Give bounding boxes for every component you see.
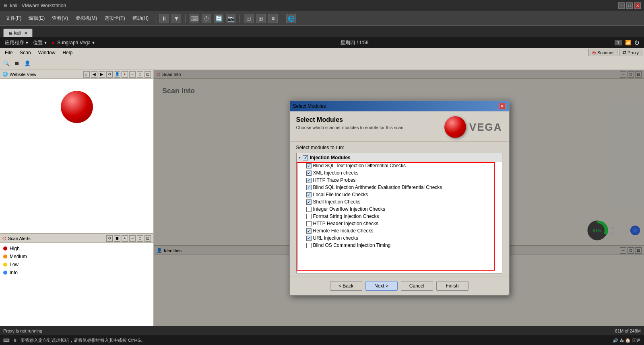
options-button[interactable]: ≡ <box>268 14 278 23</box>
scan-alerts-content: High Medium Low Info <box>0 243 153 326</box>
alerts-add-btn[interactable]: + <box>122 235 128 242</box>
item-9-checkbox[interactable]: ✓ <box>306 228 312 234</box>
maximize-button[interactable]: □ <box>626 2 633 9</box>
back-button[interactable]: < Back <box>330 281 362 291</box>
website-view-forward[interactable]: ▶ <box>99 71 105 78</box>
app-area: File Scan Window Help ◎ Scanner ⇄ Proxy … <box>0 48 644 326</box>
tab-menu[interactable]: 选项卡(T) <box>102 14 127 23</box>
item-1-checkbox[interactable]: ✓ <box>306 170 312 176</box>
snapshot-button[interactable]: ⏱ <box>202 14 211 23</box>
subgraph-button[interactable]: ● Subgraph Vega ▾ <box>52 40 95 45</box>
item-4-checkbox[interactable]: ✓ <box>306 192 312 197</box>
vega-logo-sphere <box>61 91 93 123</box>
tree-item-4[interactable]: ✓ Local File Include Checks <box>305 191 502 198</box>
item-11-label: Blind OS Command Injection Timing <box>313 242 391 248</box>
minimize-button[interactable]: ─ <box>618 2 625 9</box>
item-2-checkbox[interactable]: ✓ <box>306 178 312 183</box>
location-button[interactable]: 位置 ▾ <box>33 39 47 46</box>
proxy-button[interactable]: ⇄ Proxy <box>619 49 642 56</box>
website-view-refresh[interactable]: ↻ <box>106 71 113 78</box>
stop-button[interactable]: ▼ <box>171 14 181 23</box>
window-menu-item[interactable]: Window <box>35 49 59 56</box>
website-view-home[interactable]: ⌂ <box>83 71 90 78</box>
file-menu-item[interactable]: File <box>2 49 16 56</box>
workspace-indicator[interactable]: 1 <box>615 40 622 45</box>
file-menu[interactable]: 文件(F) <box>3 14 24 23</box>
snapshot3-button[interactable]: 📷 <box>226 14 235 23</box>
tree-collapse-icon[interactable]: ▼ <box>298 156 301 160</box>
item-10-checkbox[interactable]: ✓ <box>306 236 312 241</box>
tool3-button[interactable]: 👤 <box>23 59 32 68</box>
tree-item-8[interactable]: HTTP Header Injection checks <box>305 220 502 227</box>
tree-item-7[interactable]: Format String Injection Checks <box>305 213 502 220</box>
website-view-min[interactable]: ─ <box>129 71 136 78</box>
tree-root-item[interactable]: ▼ ✓ Injection Modules <box>297 153 502 162</box>
tree-item-0[interactable]: ✓ Blind SQL Text Injection Differential … <box>305 162 502 169</box>
item-8-checkbox[interactable] <box>306 221 312 226</box>
unity-button[interactable]: ⊞ <box>256 14 266 23</box>
tree-item-9[interactable]: ✓ Remote File Include Checks <box>305 227 502 234</box>
alerts-restore-btn[interactable]: ⊡ <box>144 235 151 242</box>
tree-item-11[interactable]: Blind OS Command Injection Timing <box>305 242 502 249</box>
view-menu[interactable]: 查看(V) <box>50 14 70 23</box>
alert-high[interactable]: High <box>2 244 152 253</box>
website-view-back[interactable]: ◀ <box>91 71 97 78</box>
tree-item-5[interactable]: ✓ Shell Injection Checks <box>305 198 502 205</box>
alerts-max-btn[interactable]: □ <box>137 235 143 242</box>
dialog-titlebar: Select Modules ✕ <box>290 101 509 111</box>
website-view-max[interactable]: □ <box>137 71 143 78</box>
help-menu[interactable]: 帮助(H) <box>130 14 151 23</box>
item-3-label: Blind SQL Injection Arithmetic Evaluatio… <box>313 185 442 190</box>
next-button[interactable]: Next > <box>365 281 398 291</box>
item-7-checkbox[interactable] <box>306 214 312 219</box>
tree-item-10[interactable]: ✓ URL Injection checks <box>305 234 502 242</box>
apps-button[interactable]: 应用程序 ▾ <box>5 39 28 46</box>
search-tool-button[interactable]: 🔍 <box>2 59 11 68</box>
root-checkbox[interactable]: ✓ <box>303 155 308 160</box>
network-button[interactable]: 🌐 <box>286 14 296 23</box>
kali-tab[interactable]: 🖥 kali ✕ <box>3 29 33 37</box>
website-view-add[interactable]: + <box>122 71 128 78</box>
info-dot <box>3 271 7 275</box>
website-view-restore[interactable]: ⊡ <box>144 71 151 78</box>
alerts-refresh-btn[interactable]: ↻ <box>106 235 113 242</box>
alert-medium[interactable]: Medium <box>2 253 152 261</box>
item-7-label: Format String Injection Checks <box>313 214 379 219</box>
close-button[interactable]: ✕ <box>634 2 641 9</box>
item-3-checkbox[interactable]: ✓ <box>306 185 312 190</box>
alerts-min-btn[interactable]: ─ <box>129 235 136 242</box>
tree-item-3[interactable]: ✓ Blind SQL Injection Arithmetic Evaluat… <box>305 184 502 191</box>
tree-item-1[interactable]: ✓ XML Injection checks <box>305 169 502 177</box>
toolbar-separator <box>155 14 155 23</box>
alert-low[interactable]: Low <box>2 261 152 269</box>
alert-info[interactable]: Info <box>2 269 152 277</box>
item-0-checkbox[interactable]: ✓ <box>306 163 312 168</box>
tree-item-2[interactable]: ✓ HTTP Trace Probes <box>305 177 502 184</box>
datetime-label: 星期四 11:59 <box>341 39 368 46</box>
stop-tool-button[interactable]: ⏹ <box>12 59 22 68</box>
item-0-label: Blind SQL Text Injection Differential Ch… <box>313 163 406 168</box>
send-key-button[interactable]: ⌨ <box>190 14 199 23</box>
snapshot2-button[interactable]: 🔄 <box>214 14 223 23</box>
item-11-checkbox[interactable] <box>306 243 312 248</box>
vm-menu[interactable]: 虚拟机(M) <box>73 14 99 23</box>
website-view-user[interactable]: 👤 <box>114 71 120 78</box>
dialog-close-button[interactable]: ✕ <box>499 103 506 109</box>
fullscreen-button[interactable]: ⊡ <box>244 14 254 23</box>
finish-button[interactable]: Finish <box>436 281 469 291</box>
item-6-checkbox[interactable] <box>306 207 312 212</box>
cancel-button[interactable]: Cancel <box>401 281 433 291</box>
scan-alerts-header: ◎ Scan Alerts ↻ ⏹ + ─ □ ⊡ <box>0 234 153 243</box>
website-view-content <box>0 79 153 233</box>
vega-text: VEGA <box>469 121 502 133</box>
alerts-stop-btn[interactable]: ⏹ <box>114 235 120 242</box>
tree-item-6[interactable]: Integer Overflow Injection Checks <box>305 205 502 213</box>
edit-menu[interactable]: 编辑(E) <box>26 14 47 23</box>
module-tree[interactable]: ▼ ✓ Injection Modules ✓ Blind SQL Text I… <box>296 153 502 273</box>
scan-menu-item[interactable]: Scan <box>17 49 34 56</box>
item-5-checkbox[interactable]: ✓ <box>306 199 312 205</box>
tab-close-icon[interactable]: ✕ <box>24 31 27 35</box>
scanner-button[interactable]: ◎ Scanner <box>588 49 617 56</box>
help-menu-item[interactable]: Help <box>59 49 76 56</box>
play-pause-button[interactable]: ⏸ <box>159 14 169 23</box>
